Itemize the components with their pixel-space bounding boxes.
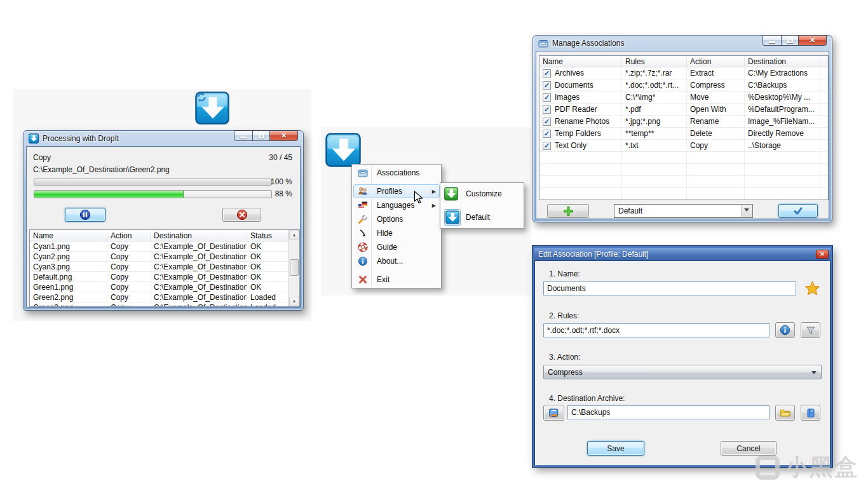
row-checkbox[interactable]: ✓: [543, 118, 551, 126]
file-progress-fill: [34, 191, 184, 198]
table-row[interactable]: ✓Archives *.zip;*.7z;*.rar Extract C:\My…: [539, 67, 828, 79]
table-row[interactable]: Green1.png Copy C:\Example_Of_Destinatio…: [30, 282, 288, 292]
scroll-thumb[interactable]: [290, 259, 299, 276]
cell-action: Copy: [107, 262, 151, 272]
table-row[interactable]: Cyan1.png Copy C:\Example_Of_Destination…: [30, 241, 288, 252]
dropit-window-icon: [29, 133, 39, 144]
column-header-action[interactable]: Action: [107, 230, 151, 241]
column-header-action[interactable]: Action: [687, 56, 745, 67]
sync-badge-icon: [196, 92, 207, 103]
scroll-up-arrow[interactable]: ▲: [289, 230, 299, 240]
total-percent-label: 100 %: [264, 177, 292, 186]
browse-folder-button[interactable]: [775, 405, 795, 421]
cell-rules: *.pdf: [622, 104, 687, 116]
cell-action: Delete: [687, 128, 745, 140]
table-row[interactable]: ✓Images C:\*\img* Move %Desktop%\My ...: [539, 92, 828, 104]
apply-button[interactable]: [778, 204, 818, 218]
menu-item-associations[interactable]: Associations: [353, 166, 440, 180]
row-checkbox[interactable]: ✓: [543, 130, 551, 138]
menu-item-guide[interactable]: Guide: [353, 240, 440, 254]
column-header-destination[interactable]: Destination: [745, 56, 820, 67]
maximize-icon: [259, 133, 264, 139]
abbreviations-button[interactable]: [801, 405, 820, 421]
table-row[interactable]: Green3.png Copy C:\Example_Of_Destinatio…: [30, 302, 288, 306]
cell-status: Loaded: [247, 302, 288, 306]
close-icon: ✕: [810, 37, 815, 44]
pause-button[interactable]: [65, 208, 105, 222]
scroll-down-arrow[interactable]: ▼: [289, 297, 299, 306]
abort-icon: [236, 209, 248, 220]
progress-count: 30 / 45: [254, 153, 292, 162]
table-row[interactable]: ✓PDF Reader *.pdf Open With %DefaultProg…: [539, 104, 828, 116]
cell-destination: C:\My Extractions: [745, 67, 820, 79]
destination-field[interactable]: [567, 405, 770, 419]
cell-destination: Directly Remove: [745, 128, 820, 140]
minimize-button[interactable]: [763, 35, 781, 46]
cell-action: Copy: [107, 302, 151, 306]
table-row[interactable]: ✓Rename Photos *.jpg;*.png Rename Image_…: [539, 116, 828, 128]
table-row[interactable]: Cyan3.png Copy C:\Example_Of_Destination…: [30, 262, 288, 272]
rules-filter-button[interactable]: [801, 322, 820, 338]
column-header-rules[interactable]: Rules: [622, 56, 687, 67]
table-row[interactable]: Cyan2.png Copy C:\Example_Of_Destination…: [30, 252, 288, 262]
dropdown-button[interactable]: [741, 205, 752, 217]
column-header-name[interactable]: Name: [539, 56, 622, 67]
processing-titlebar: Processing with DropIt ✕: [24, 131, 303, 146]
cell-action: Copy: [107, 241, 151, 252]
dropit-arrow-icon: [325, 133, 361, 167]
watermark: 小黑盒: [756, 452, 859, 483]
save-button-label: Save: [607, 444, 624, 453]
caption-buttons: ✕: [234, 130, 298, 141]
table-row[interactable]: ✓Documents *.doc;*.odt;*.rt... Compress …: [539, 79, 828, 92]
save-button[interactable]: Save: [587, 441, 644, 456]
scrollbar-vertical[interactable]: ▲ ▼: [288, 230, 299, 306]
rules-field[interactable]: [543, 323, 770, 337]
add-association-button[interactable]: [547, 204, 589, 218]
menu-item-exit[interactable]: Exit: [353, 273, 440, 287]
action-dropdown[interactable]: Compress: [543, 365, 822, 379]
abort-button[interactable]: [222, 208, 261, 222]
submenu-item-default[interactable]: Default: [442, 208, 522, 227]
cell-destination: %Desktop%\My ...: [745, 92, 820, 104]
window-title: Edit Association [Profile: Default]: [538, 250, 648, 259]
name-field[interactable]: [543, 281, 796, 295]
dropit-tray-icon[interactable]: [325, 133, 361, 167]
column-header-destination[interactable]: Destination: [151, 230, 247, 241]
row-checkbox[interactable]: ✓: [543, 69, 551, 78]
close-button[interactable]: ✕: [269, 130, 298, 141]
destination-action-button[interactable]: [543, 405, 564, 421]
languages-icon: [358, 200, 368, 210]
menu-item-hide[interactable]: Hide: [353, 226, 440, 240]
menu-item-options[interactable]: Options: [353, 212, 440, 226]
row-checkbox[interactable]: ✓: [543, 105, 551, 114]
cell-action: Copy: [107, 252, 151, 262]
lifebuoy-icon: [358, 242, 368, 252]
column-header-status[interactable]: Status: [247, 230, 288, 241]
cell-action: Rename: [687, 116, 745, 128]
maximize-button[interactable]: [781, 35, 798, 46]
minimize-button[interactable]: [234, 130, 252, 141]
close-button[interactable]: ✕: [798, 35, 827, 46]
menu-item-languages[interactable]: Languages ▶: [353, 198, 440, 212]
cell-name: Cyan2.png: [30, 252, 107, 262]
file-percent-label: 88 %: [264, 189, 292, 198]
cell-destination: C:\Example_Of_Destination: [151, 272, 247, 282]
rules-info-button[interactable]: [775, 322, 795, 338]
table-row[interactable]: ✓Temp Folders **temp** Delete Directly R…: [539, 128, 828, 140]
menu-item-about[interactable]: About...: [353, 254, 440, 268]
star-icon[interactable]: [804, 280, 820, 296]
submenu-item-customize[interactable]: Customize: [442, 184, 522, 203]
row-checkbox[interactable]: ✓: [543, 93, 551, 102]
cell-name: Green3.png: [30, 302, 107, 306]
column-header-name[interactable]: Name: [30, 230, 107, 241]
profile-dropdown[interactable]: Default: [614, 204, 753, 218]
table-row[interactable]: Default.png Copy C:\Example_Of_Destinati…: [30, 272, 288, 282]
table-row[interactable]: ✓Text Only *.txt Copy ..\Storage: [539, 140, 828, 152]
table-row[interactable]: Green2.png Copy C:\Example_Of_Destinatio…: [30, 292, 288, 302]
row-checkbox[interactable]: ✓: [543, 81, 551, 90]
dropit-floating-icon[interactable]: [195, 91, 229, 125]
close-button[interactable]: ✕: [816, 250, 829, 259]
maximize-button[interactable]: [252, 130, 269, 141]
menu-item-profiles[interactable]: Profiles ▶: [353, 184, 440, 198]
row-checkbox[interactable]: ✓: [543, 142, 551, 150]
